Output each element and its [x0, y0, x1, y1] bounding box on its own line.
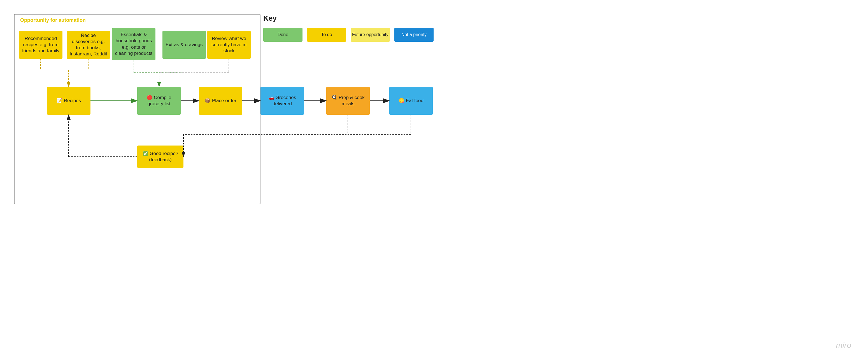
- key-not-priority: Not a priority: [394, 28, 434, 42]
- miro-logo: miro: [836, 341, 851, 350]
- node-groceries: 🚗 Groceries delivered: [260, 87, 304, 115]
- automation-label: Opportunity for automation: [20, 18, 86, 23]
- node-prep: 🍳 Prep & cook meals: [326, 87, 370, 115]
- top-node-essentials: Essentials & household goods e.g. oats o…: [112, 28, 155, 60]
- key-section: Key Done To do Future opportunity Not a …: [263, 14, 434, 42]
- top-node-review-stock: Review what we currently have in stock: [207, 31, 251, 59]
- canvas: Opportunity for automation Key Done To d…: [0, 0, 868, 361]
- node-place-order: 📦 Place order: [199, 87, 242, 115]
- top-node-recommended-recipes: Recommended recipes e.g. from friends an…: [19, 31, 62, 59]
- top-node-recipe-discoveries: Recipe discoveries e.g. from books, Inst…: [67, 31, 110, 59]
- key-future: Future opportunity: [351, 28, 390, 42]
- key-items: Done To do Future opportunity Not a prio…: [263, 28, 434, 42]
- key-title: Key: [263, 14, 434, 23]
- node-recipes: 📝 Recipes: [47, 87, 90, 115]
- top-node-extras: Extras & cravings: [162, 31, 206, 59]
- key-done: Done: [263, 28, 303, 42]
- node-compile: 🔴 Compile grocery list: [137, 87, 181, 115]
- node-eat: 😋 Eat food: [389, 87, 433, 115]
- node-feedback: ✅ Good recipe? (feedback): [137, 145, 183, 168]
- key-todo: To do: [307, 28, 346, 42]
